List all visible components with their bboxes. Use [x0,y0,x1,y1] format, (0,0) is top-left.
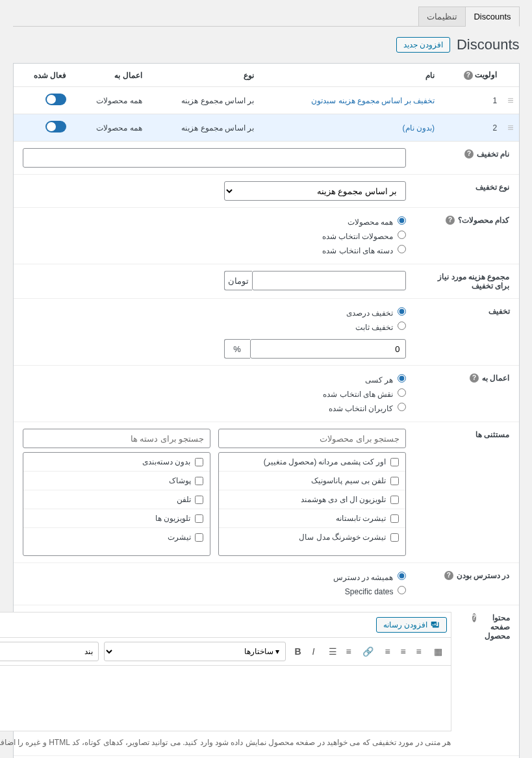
help-icon[interactable]: ? [470,373,479,383]
search-products-input[interactable] [218,429,406,448]
align-center-icon[interactable]: ≡ [396,644,411,659]
add-media-button[interactable]: افزودن رسانه [376,617,446,633]
drag-icon[interactable] [507,124,513,133]
help-icon[interactable]: ? [446,216,455,225]
radio-always[interactable]: همیشه در دسترس [23,570,406,584]
radio-all-products[interactable]: همه محصولات [23,214,406,229]
list-item[interactable]: تلفن [23,490,210,509]
bullet-list-icon[interactable]: ☰ [326,644,340,659]
help-icon[interactable]: ? [444,571,453,580]
label-discount: تخفیف [415,299,519,365]
table-row[interactable]: 2 (بدون نام) بر اساس مجموع هزینه همه محص… [14,114,519,142]
toolbar-toggle-icon[interactable]: ▦ [431,644,446,659]
discount-link[interactable]: (بدون نام) [403,123,435,133]
discount-link[interactable]: تخفیف بر اساس مجموع هزینه سبدتون [311,96,435,105]
content-editor: افزودن رسانه دیداری متن بند ▾ ساختارها B… [0,612,451,731]
number-list-icon[interactable]: ≡ [342,644,356,659]
nav-tabs: Discounts تنظیمات [13,6,520,27]
structures-select[interactable]: ▾ ساختارها [104,642,286,661]
th-enabled: فعال شده [14,64,72,87]
radio-selected-products[interactable]: محصولات انتخاب شده [23,229,406,243]
categories-listbox[interactable]: بدون دسته‌بندی پوشاک تلفن تلویزیون ها تی… [23,452,210,556]
list-item[interactable]: تیشرت خوشرنگ مدل سال [219,528,405,546]
label-discount-type: نوع تخفیف [415,175,519,207]
editor-body[interactable] [0,666,451,731]
label-content: محتوا صفحه محصول [479,613,510,640]
label-discount-name: نام تخفیف [477,149,509,158]
help-icon[interactable]: ? [464,71,473,80]
media-icon [431,620,440,629]
page-title: Discounts [457,36,520,53]
bold-icon[interactable]: B [291,644,305,659]
list-item[interactable]: تلویزیون ها [23,509,210,528]
tab-settings[interactable]: تنظیمات [418,6,466,27]
table-row[interactable]: 1 تخفیف بر اساس مجموع هزینه سبدتون بر اس… [14,87,519,114]
list-item[interactable]: تلویزیون ال ای دی هوشمند [219,490,405,509]
enabled-toggle[interactable] [45,121,66,133]
list-item[interactable]: تیشرت [23,528,210,546]
radio-percent[interactable]: تخفیف درصدی [23,305,406,320]
currency-label: تومان [224,271,253,290]
paragraph-select[interactable]: بند [0,642,99,661]
discounts-table: اولویت ? نام نوع اعمال به فعال شده 1 تخف… [14,64,519,142]
percent-label: % [224,339,250,359]
discount-value-input[interactable] [250,339,406,359]
list-item[interactable]: تلفن بی سیم پاناسونیک [219,472,405,490]
total-amount-input[interactable] [252,271,405,290]
label-total-needed: مجموع هزینه مورد نیاز برای تخفیف [415,264,519,298]
th-applies: اعمال به [71,64,147,87]
enabled-toggle[interactable] [45,94,66,105]
discount-type-select[interactable]: بر اساس مجموع هزینه [224,181,406,201]
content-help-text: هر متنی در مورد تخفیفی که می خواهید در ص… [0,737,451,749]
help-icon[interactable]: ? [464,149,474,158]
discount-name-input[interactable] [23,148,406,168]
help-icon[interactable]: ? [472,613,476,622]
label-which-products: کدام محصولات؟ [458,216,509,225]
list-item[interactable]: تیشرت تابستانه [219,509,405,528]
label-availability: در دسترس بودن [457,571,510,580]
th-type: نوع [147,64,260,87]
products-listbox[interactable]: اور کت پشمی مردانه (محصول متغییر) تلفن ب… [218,452,406,556]
radio-roles[interactable]: نقش های انتخاب شده [23,386,406,401]
drag-icon[interactable] [507,97,513,106]
list-item[interactable]: اور کت پشمی مردانه (محصول متغییر) [219,453,405,472]
th-name: نام [259,64,440,87]
radio-fixed[interactable]: تخفیف ثابت [23,320,406,334]
radio-dates[interactable]: Specific dates [23,584,406,598]
label-applies-to: اعمال به [482,373,509,383]
radio-users[interactable]: کاربران انتخاب شده [23,401,406,415]
radio-selected-categories[interactable]: دسته های انتخاب شده [23,243,406,257]
search-categories-input[interactable] [23,429,210,448]
link-icon[interactable]: 🔗 [361,644,375,659]
list-item[interactable]: بدون دسته‌بندی [23,453,210,472]
align-right-icon[interactable]: ≡ [381,644,395,659]
list-item[interactable]: پوشاک [23,472,210,490]
radio-everyone[interactable]: هر کسی [23,372,406,386]
th-priority: اولویت ? [440,64,502,87]
align-left-icon[interactable]: ≡ [412,644,426,659]
add-new-button[interactable]: افزودن جدید [396,37,450,53]
label-exclusions: مستثنی ها [415,422,519,562]
italic-icon[interactable]: I [307,644,321,659]
tab-discounts[interactable]: Discounts [465,6,519,27]
